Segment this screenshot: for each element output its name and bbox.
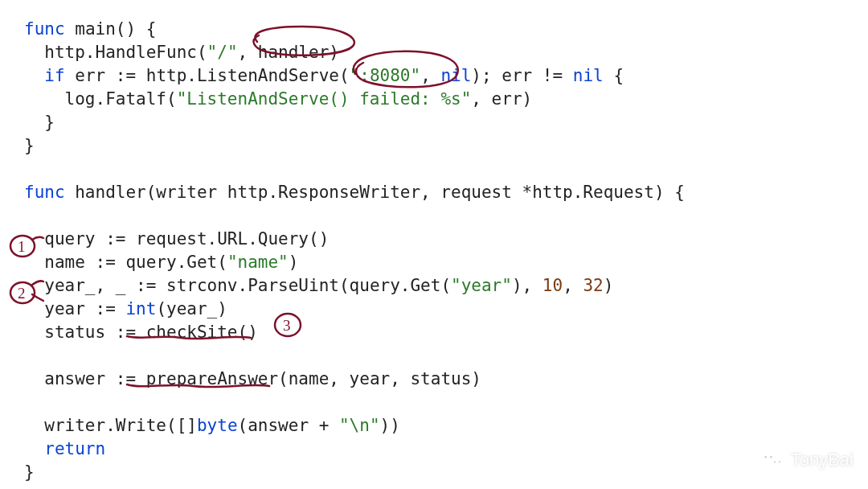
svg-point-1 [770,458,784,469]
code-block: func main() { http.HandleFunc("/", handl… [0,0,868,484]
svg-point-2 [764,456,766,458]
wechat-icon [760,450,784,471]
svg-point-4 [774,461,776,462]
svg-point-3 [770,456,772,458]
kw-func: func [24,19,65,39]
svg-point-5 [779,461,780,462]
watermark-text: TonyBai [791,448,854,471]
kw-func: func [24,183,65,202]
watermark: TonyBai [760,448,854,471]
